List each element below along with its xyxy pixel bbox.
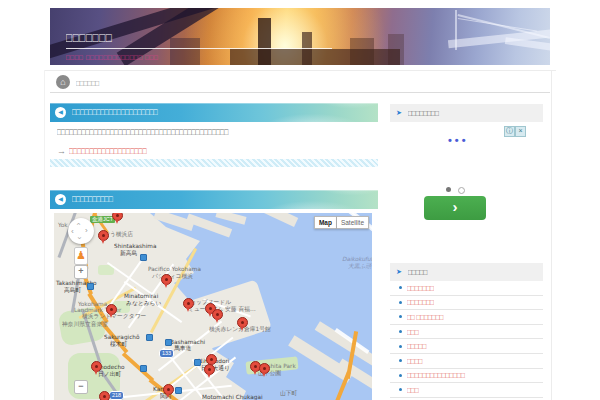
bullet-icon: [399, 345, 402, 348]
map-label: 高島町: [64, 286, 81, 295]
sidebar-menu-header: ➤ □□□□□: [390, 263, 543, 281]
home-icon[interactable]: ⌂: [56, 75, 70, 89]
route-shield: 218: [109, 391, 124, 400]
arrow-glyph: →: [57, 146, 66, 156]
map-label: 神奈川県立音楽堂: [62, 320, 108, 329]
header-image: □□□□□□□ □□□□ □□□□□□□□□□□□□ □□□: [50, 8, 550, 65]
map-marker[interactable]: [106, 304, 117, 315]
map-marker[interactable]: [183, 298, 194, 309]
map-label: 桜木町: [110, 340, 127, 349]
more-link-label: □□□□□□□□□□□□□□□□□□□: [69, 146, 146, 156]
post-title: □□□□□□□□□□□□□□□□□□□□□: [72, 103, 158, 122]
arrow-circle-icon: ◀: [55, 194, 66, 205]
ad-loading-dots: •••: [448, 134, 469, 146]
map-label: 馬車道: [174, 344, 191, 353]
arrow-circle-icon: ◀: [55, 107, 66, 118]
sidebar-menu-item[interactable]: □□□: [390, 325, 543, 340]
content-frame-top: [44, 70, 556, 71]
sidebar-menu-item[interactable]: □□□□□□□: [390, 296, 543, 311]
content-frame-right: [551, 70, 552, 400]
route-shield: 133: [159, 349, 174, 358]
map-section-title-bar[interactable]: ◀ □□□□□□□□□□: [50, 190, 378, 209]
map-label: 日ノ出町: [98, 370, 121, 379]
title-underline: [66, 48, 332, 49]
map-marker[interactable]: [212, 309, 223, 320]
map-pan-control[interactable]: › › › ›: [68, 218, 94, 244]
map-marker[interactable]: [259, 363, 270, 374]
station-icon[interactable]: [175, 387, 182, 394]
station-icon[interactable]: [194, 359, 201, 366]
map-label: パシフィコ横浜: [152, 272, 193, 281]
sidebar-menu-item[interactable]: □□□□: [390, 354, 543, 369]
sidebar-menu-item[interactable]: □□□□□□□□□□□□□□□: [390, 369, 543, 384]
carousel-dot[interactable]: [458, 187, 465, 194]
map-marker[interactable]: [161, 274, 172, 285]
site-title[interactable]: □□□□□□□: [66, 30, 128, 45]
bullet-icon: [399, 388, 402, 391]
menu-item-label: □□□□: [407, 356, 422, 366]
ad-next-button[interactable]: ›: [424, 196, 486, 220]
map-button[interactable]: Map: [314, 216, 337, 229]
map-shape: [215, 213, 246, 225]
divider: [50, 92, 550, 93]
post-body-text: □□□□□□□□□□□□□□□□□□□□□□□□□□□□□□□□□□□□□□□□…: [57, 127, 285, 137]
map-label: Yok: [58, 221, 68, 228]
map-marker[interactable]: [237, 317, 248, 328]
bullet-icon: [399, 315, 402, 318]
sidebar: ➤ □□□□□□□□ ⓘ × ••• › ➤ □□□□□ □□□□□□□□□□□…: [390, 104, 543, 400]
map-shape: [258, 213, 298, 227]
sidebar-ad-header: ➤ □□□□□□□□: [390, 104, 543, 122]
sidebar-menu: □□□□□□□□□□□□□□□□ □□□□□□□□□□□□□□□□□□□□□□□…: [390, 281, 543, 398]
map-type-control: Map Satellite: [314, 216, 369, 229]
breadcrumb[interactable]: □□□□□□: [76, 78, 107, 88]
content-frame-left: [44, 70, 45, 400]
map-label: Motomachi Chukagai: [202, 393, 263, 400]
bullet-icon: [399, 286, 402, 289]
map-label: 大黒ふ頭: [348, 262, 371, 271]
ad-header-label: □□□□□□□□: [408, 104, 439, 122]
zoom-in-button[interactable]: +: [74, 265, 88, 279]
satellite-button[interactable]: Satellite: [337, 216, 369, 229]
map-section-title: □□□□□□□□□□: [72, 190, 113, 209]
station-icon[interactable]: [165, 339, 172, 346]
menu-item-label: □□□: [407, 385, 419, 395]
map-label: Pacifico Yokohama: [148, 265, 201, 272]
menu-item-label: □□□□□: [407, 341, 426, 351]
ad-info-icon[interactable]: ⓘ: [504, 126, 515, 137]
bullet-icon: [399, 374, 402, 377]
page: □□□□□□□ □□□□ □□□□□□□□□□□□□ □□□ ⌂ □□□□□□ …: [0, 0, 600, 400]
map-label: みなとみらい: [126, 299, 161, 308]
station-icon[interactable]: [146, 334, 153, 341]
sidebar-menu-item[interactable]: □□□□□: [390, 339, 543, 354]
station-icon[interactable]: [140, 365, 147, 372]
menu-item-label: □□□□□□□□□□□□□□□: [407, 370, 465, 380]
bullet-icon: [399, 301, 402, 304]
map-label: Shintakashima: [114, 242, 157, 249]
triangle-arrow-icon: ➤: [396, 104, 402, 122]
station-icon[interactable]: [140, 254, 147, 261]
zoom-out-button[interactable]: −: [74, 380, 88, 394]
map-marker[interactable]: [204, 364, 215, 375]
google-map[interactable]: Yok金港JCTそごう横浜店Shintakashima新高島Pacifico Y…: [54, 213, 372, 400]
carousel-dot-active[interactable]: [446, 187, 451, 192]
post-more-link[interactable]: →□□□□□□□□□□□□□□□□□□□: [57, 146, 172, 156]
menu-item-label: □□□: [407, 327, 419, 337]
pegman-streetview-icon[interactable]: ♟: [74, 247, 88, 265]
post-title-bar[interactable]: ◀ □□□□□□□□□□□□□□□□□□□□□: [50, 103, 378, 122]
ad-close-icon[interactable]: ×: [515, 126, 526, 137]
station-icon[interactable]: [87, 283, 94, 290]
map-marker[interactable]: [99, 391, 110, 400]
map-marker[interactable]: [91, 361, 102, 372]
menu-item-label: □□ □□□□□□□: [407, 312, 443, 322]
bullet-icon: [399, 359, 402, 362]
map-label: Sakuragichō: [104, 333, 140, 340]
site-description: □□□□ □□□□□□□□□□□□□ □□□: [66, 53, 189, 62]
sidebar-menu-item[interactable]: □□ □□□□□□□: [390, 310, 543, 325]
sidebar-menu-item[interactable]: □□□□□□□: [390, 281, 543, 296]
sidebar-menu-item[interactable]: □□□: [390, 383, 543, 398]
map-marker[interactable]: [98, 230, 109, 241]
post-box-footer-stripe: [50, 159, 378, 167]
menu-item-label: □□□□□□□: [407, 297, 434, 307]
map-marker[interactable]: [163, 384, 174, 395]
menu-header-label: □□□□□: [408, 263, 427, 281]
